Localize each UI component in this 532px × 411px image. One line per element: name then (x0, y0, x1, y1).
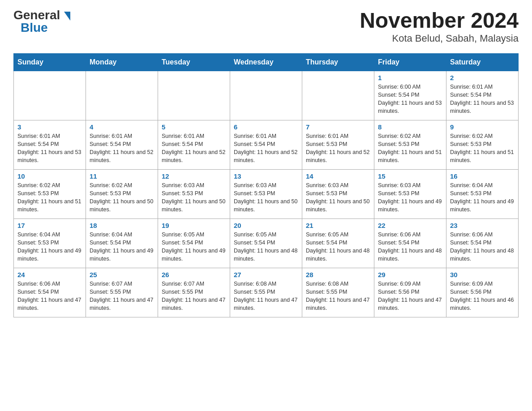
day-number: 22 (378, 222, 442, 229)
week-row-5: 24Sunrise: 6:06 AM Sunset: 5:54 PM Dayli… (14, 268, 519, 317)
day-number: 1 (378, 74, 442, 81)
calendar-cell-w2-d3: 6Sunrise: 6:01 AM Sunset: 5:54 PM Daylig… (230, 120, 302, 169)
day-number: 17 (17, 222, 82, 229)
day-number: 19 (162, 222, 226, 229)
day-info: Sunrise: 6:04 AM Sunset: 5:53 PM Dayligh… (17, 231, 82, 263)
day-info: Sunrise: 6:01 AM Sunset: 5:54 PM Dayligh… (450, 83, 515, 116)
day-info: Sunrise: 6:09 AM Sunset: 5:56 PM Dayligh… (450, 280, 515, 313)
day-number: 10 (17, 172, 82, 180)
col-friday: Friday (374, 53, 446, 71)
calendar-cell-w3-d6: 16Sunrise: 6:04 AM Sunset: 5:53 PM Dayli… (446, 169, 519, 218)
day-info: Sunrise: 6:01 AM Sunset: 5:53 PM Dayligh… (306, 132, 370, 165)
day-number: 23 (450, 222, 515, 229)
calendar-header-row: Sunday Monday Tuesday Wednesday Thursday… (14, 53, 519, 71)
day-info: Sunrise: 6:05 AM Sunset: 5:54 PM Dayligh… (306, 231, 370, 263)
day-info: Sunrise: 6:06 AM Sunset: 5:54 PM Dayligh… (17, 280, 82, 313)
day-info: Sunrise: 6:01 AM Sunset: 5:54 PM Dayligh… (17, 132, 82, 165)
logo-general-text: General (13, 9, 70, 21)
day-number: 12 (162, 172, 226, 180)
calendar-cell-w2-d4: 7Sunrise: 6:01 AM Sunset: 5:53 PM Daylig… (302, 120, 374, 169)
calendar-cell-w2-d1: 4Sunrise: 6:01 AM Sunset: 5:54 PM Daylig… (86, 120, 158, 169)
logo-blue-text: Blue (21, 21, 48, 34)
calendar-cell-w5-d1: 25Sunrise: 6:07 AM Sunset: 5:55 PM Dayli… (86, 268, 158, 317)
day-info: Sunrise: 6:01 AM Sunset: 5:54 PM Dayligh… (234, 132, 298, 165)
col-saturday: Saturday (446, 53, 519, 71)
col-tuesday: Tuesday (158, 53, 230, 71)
day-number: 6 (234, 123, 298, 131)
day-number: 20 (234, 222, 298, 229)
day-number: 15 (378, 172, 442, 180)
calendar-cell-w5-d5: 29Sunrise: 6:09 AM Sunset: 5:56 PM Dayli… (374, 268, 446, 317)
calendar-table: Sunday Monday Tuesday Wednesday Thursday… (13, 53, 519, 317)
calendar-cell-w3-d3: 13Sunrise: 6:03 AM Sunset: 5:53 PM Dayli… (230, 169, 302, 218)
calendar-cell-w2-d5: 8Sunrise: 6:02 AM Sunset: 5:53 PM Daylig… (374, 120, 446, 169)
week-row-3: 10Sunrise: 6:02 AM Sunset: 5:53 PM Dayli… (14, 169, 519, 218)
logo: General Blue (13, 9, 70, 34)
day-number: 8 (378, 123, 442, 131)
page-header: General Blue November 2024 Kota Belud, S… (13, 9, 519, 44)
calendar-cell-w1-d5: 1Sunrise: 6:00 AM Sunset: 5:54 PM Daylig… (374, 71, 446, 120)
day-info: Sunrise: 6:09 AM Sunset: 5:56 PM Dayligh… (378, 280, 442, 313)
day-number: 7 (306, 123, 370, 131)
calendar-cell-w1-d4 (302, 71, 374, 120)
day-number: 14 (306, 172, 370, 180)
calendar-cell-w4-d1: 18Sunrise: 6:04 AM Sunset: 5:54 PM Dayli… (86, 218, 158, 268)
day-number: 11 (90, 172, 154, 180)
day-info: Sunrise: 6:05 AM Sunset: 5:54 PM Dayligh… (162, 231, 226, 263)
title-block: November 2024 Kota Belud, Sabah, Malaysi… (360, 9, 519, 44)
calendar-cell-w3-d0: 10Sunrise: 6:02 AM Sunset: 5:53 PM Dayli… (14, 169, 86, 218)
calendar-cell-w5-d2: 26Sunrise: 6:07 AM Sunset: 5:55 PM Dayli… (158, 268, 230, 317)
day-info: Sunrise: 6:01 AM Sunset: 5:54 PM Dayligh… (90, 132, 154, 165)
calendar-cell-w3-d2: 12Sunrise: 6:03 AM Sunset: 5:53 PM Dayli… (158, 169, 230, 218)
day-info: Sunrise: 6:08 AM Sunset: 5:55 PM Dayligh… (306, 280, 370, 313)
calendar-cell-w1-d1 (86, 71, 158, 120)
calendar-cell-w1-d2 (158, 71, 230, 120)
calendar-title: November 2024 (360, 9, 519, 33)
day-info: Sunrise: 6:03 AM Sunset: 5:53 PM Dayligh… (378, 181, 442, 214)
calendar-cell-w1-d3 (230, 71, 302, 120)
day-number: 5 (162, 123, 226, 131)
day-info: Sunrise: 6:04 AM Sunset: 5:53 PM Dayligh… (450, 181, 515, 214)
calendar-cell-w5-d4: 28Sunrise: 6:08 AM Sunset: 5:55 PM Dayli… (302, 268, 374, 317)
calendar-cell-w5-d0: 24Sunrise: 6:06 AM Sunset: 5:54 PM Dayli… (14, 268, 86, 317)
day-info: Sunrise: 6:05 AM Sunset: 5:54 PM Dayligh… (234, 231, 298, 263)
day-number: 28 (306, 271, 370, 278)
day-info: Sunrise: 6:02 AM Sunset: 5:53 PM Dayligh… (450, 132, 515, 165)
calendar-cell-w2-d6: 9Sunrise: 6:02 AM Sunset: 5:53 PM Daylig… (446, 120, 519, 169)
calendar-cell-w4-d3: 20Sunrise: 6:05 AM Sunset: 5:54 PM Dayli… (230, 218, 302, 268)
day-info: Sunrise: 6:04 AM Sunset: 5:54 PM Dayligh… (90, 231, 154, 263)
day-info: Sunrise: 6:03 AM Sunset: 5:53 PM Dayligh… (234, 181, 298, 214)
day-number: 9 (450, 123, 515, 131)
day-number: 29 (378, 271, 442, 278)
day-number: 13 (234, 172, 298, 180)
calendar-cell-w1-d6: 2Sunrise: 6:01 AM Sunset: 5:54 PM Daylig… (446, 71, 519, 120)
calendar-cell-w4-d5: 22Sunrise: 6:06 AM Sunset: 5:54 PM Dayli… (374, 218, 446, 268)
day-info: Sunrise: 6:01 AM Sunset: 5:54 PM Dayligh… (162, 132, 226, 165)
calendar-cell-w4-d4: 21Sunrise: 6:05 AM Sunset: 5:54 PM Dayli… (302, 218, 374, 268)
calendar-cell-w2-d2: 5Sunrise: 6:01 AM Sunset: 5:54 PM Daylig… (158, 120, 230, 169)
day-number: 2 (450, 74, 515, 81)
day-number: 30 (450, 271, 515, 278)
col-sunday: Sunday (14, 53, 86, 71)
day-number: 26 (162, 271, 226, 278)
day-number: 4 (90, 123, 154, 131)
calendar-cell-w4-d6: 23Sunrise: 6:06 AM Sunset: 5:54 PM Dayli… (446, 218, 519, 268)
calendar-cell-w1-d0 (14, 71, 86, 120)
day-info: Sunrise: 6:06 AM Sunset: 5:54 PM Dayligh… (450, 231, 515, 263)
week-row-4: 17Sunrise: 6:04 AM Sunset: 5:53 PM Dayli… (14, 218, 519, 268)
calendar-cell-w5-d3: 27Sunrise: 6:08 AM Sunset: 5:55 PM Dayli… (230, 268, 302, 317)
calendar-cell-w3-d1: 11Sunrise: 6:02 AM Sunset: 5:53 PM Dayli… (86, 169, 158, 218)
day-number: 16 (450, 172, 515, 180)
calendar-subtitle: Kota Belud, Sabah, Malaysia (360, 33, 519, 44)
calendar-cell-w5-d6: 30Sunrise: 6:09 AM Sunset: 5:56 PM Dayli… (446, 268, 519, 317)
week-row-2: 3Sunrise: 6:01 AM Sunset: 5:54 PM Daylig… (14, 120, 519, 169)
day-info: Sunrise: 6:07 AM Sunset: 5:55 PM Dayligh… (90, 280, 154, 313)
col-wednesday: Wednesday (230, 53, 302, 71)
calendar-cell-w4-d0: 17Sunrise: 6:04 AM Sunset: 5:53 PM Dayli… (14, 218, 86, 268)
day-number: 27 (234, 271, 298, 278)
day-info: Sunrise: 6:03 AM Sunset: 5:53 PM Dayligh… (162, 181, 226, 214)
day-number: 25 (90, 271, 154, 278)
calendar-cell-w3-d4: 14Sunrise: 6:03 AM Sunset: 5:53 PM Dayli… (302, 169, 374, 218)
day-info: Sunrise: 6:03 AM Sunset: 5:53 PM Dayligh… (306, 181, 370, 214)
week-row-1: 1Sunrise: 6:00 AM Sunset: 5:54 PM Daylig… (14, 71, 519, 120)
